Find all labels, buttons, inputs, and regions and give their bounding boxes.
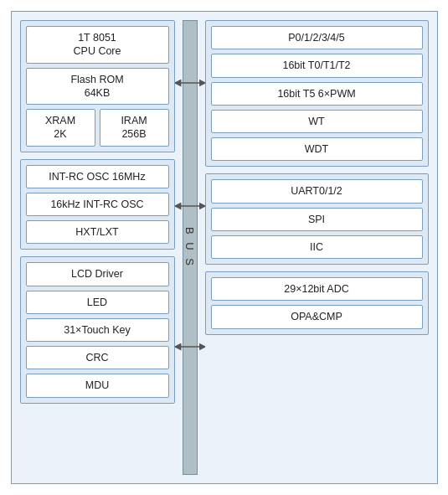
hxt-lxt-box: HXT/LXT <box>26 220 169 244</box>
int-rc-osc-box: INT-RC OSC 16MHz <box>26 165 169 188</box>
t5pwm-box: 16bit T5 6×PWM <box>211 82 423 106</box>
left-column: 1T 8051CPU Core Flash ROM64KB XRAM2K IRA… <box>20 20 175 475</box>
gpio-group: P0/1/2/3/4/5 16bit T0/T1/T2 16bit T5 6×P… <box>205 20 429 167</box>
int-rc-osc-16k-box: 16kHz INT-RC OSC <box>26 193 169 216</box>
cpu-group: 1T 8051CPU Core Flash ROM64KB XRAM2K IRA… <box>20 20 175 152</box>
wdt-box: WDT <box>211 137 423 161</box>
p0-box: P0/1/2/3/4/5 <box>211 26 423 49</box>
adc-group: 29×12bit ADC OPA&CMP <box>205 271 429 335</box>
xram-box: XRAM2K <box>26 109 95 147</box>
block-diagram: 1T 8051CPU Core Flash ROM64KB XRAM2K IRA… <box>11 11 438 484</box>
crc-box: CRC <box>26 346 169 369</box>
t0t1t2-box: 16bit T0/T1/T2 <box>211 54 423 77</box>
adc-box: 29×12bit ADC <box>211 277 423 301</box>
bus-column: B U S <box>175 20 205 475</box>
osc-group: INT-RC OSC 16MHz 16kHz INT-RC OSC HXT/LX… <box>20 159 175 250</box>
iram-box: IRAM256B <box>100 109 169 147</box>
opa-box: OPA&CMP <box>211 305 423 328</box>
wt-box: WT <box>211 110 423 133</box>
lcd-box: LCD Driver <box>26 262 169 286</box>
cpu-core-box: 1T 8051CPU Core <box>26 26 169 64</box>
right-column: P0/1/2/3/4/5 16bit T0/T1/T2 16bit T5 6×P… <box>205 20 429 475</box>
led-box: LED <box>26 291 169 314</box>
touch-box: 31×Touch Key <box>26 318 169 342</box>
periph-group: LCD Driver LED 31×Touch Key CRC MDU <box>20 256 175 403</box>
bus-arrows-svg <box>175 20 205 475</box>
uart-box: UART0/1/2 <box>211 179 423 203</box>
flash-rom-box: Flash ROM64KB <box>26 68 169 106</box>
iic-box: IIC <box>211 235 423 259</box>
mdu-box: MDU <box>26 374 169 397</box>
comm-group: UART0/1/2 SPI IIC <box>205 173 429 265</box>
spi-box: SPI <box>211 208 423 231</box>
